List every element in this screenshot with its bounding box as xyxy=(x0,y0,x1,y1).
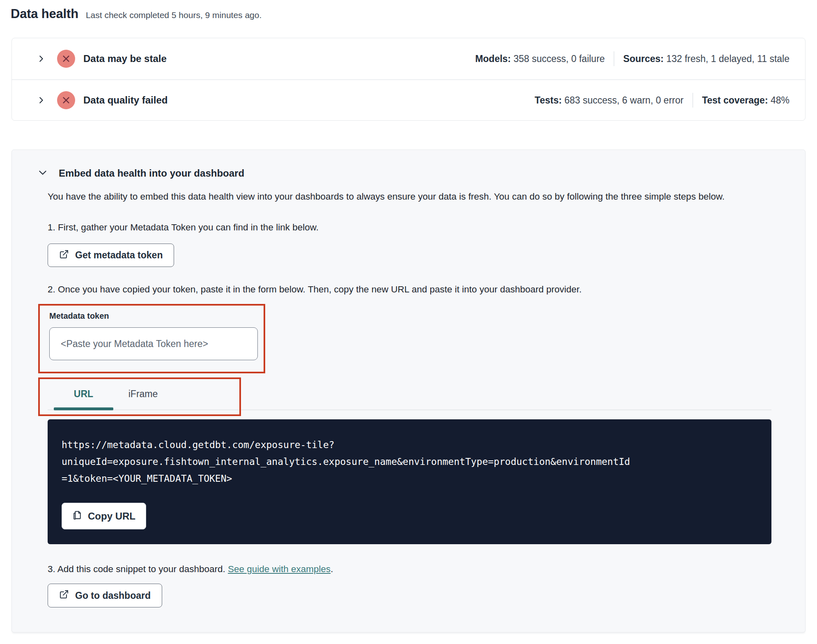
sources-stat: Sources: 132 fresh, 1 delayed, 11 stale xyxy=(623,53,789,64)
embed-section-title: Embed data health into your dashboard xyxy=(59,168,244,179)
status-row-stale[interactable]: Data may be stale Models: 358 success, 0… xyxy=(12,38,805,79)
test-coverage-stat-value: 48% xyxy=(771,95,789,106)
stats-divider xyxy=(614,51,614,66)
tabs-bar: URL iFrame xyxy=(48,378,771,410)
error-x-circle-icon xyxy=(57,50,75,68)
code-line: =1&token=<YOUR_METADATA_TOKEN> xyxy=(62,470,757,487)
copy-url-button[interactable]: Copy URL xyxy=(62,503,146,529)
external-link-icon xyxy=(59,249,69,262)
stats-divider xyxy=(693,93,693,108)
error-x-circle-icon xyxy=(57,91,75,109)
external-link-icon xyxy=(59,589,69,602)
go-to-dashboard-label: Go to dashboard xyxy=(75,590,151,601)
status-row-stats: Tests: 683 success, 6 warn, 0 error Test… xyxy=(535,93,789,108)
chevron-right-icon[interactable] xyxy=(36,96,46,105)
tests-stat: Tests: 683 success, 6 warn, 0 error xyxy=(535,95,684,106)
copy-url-label: Copy URL xyxy=(88,511,135,522)
embed-description: You have the ability to embed this data … xyxy=(48,189,750,205)
step-1-text: 1. First, gather your Metadata Token you… xyxy=(48,222,756,233)
embed-url-code-block: https://metadata.cloud.getdbt.com/exposu… xyxy=(48,419,771,544)
status-row-stats: Models: 358 success, 0 failure Sources: … xyxy=(475,51,789,66)
chevron-right-icon[interactable] xyxy=(36,54,46,63)
step-3-text: 3. Add this code snippet to your dashboa… xyxy=(48,564,756,575)
embed-section-card: Embed data health into your dashboard Yo… xyxy=(11,150,806,632)
step-3-prefix: 3. Add this code snippet to your dashboa… xyxy=(48,564,228,574)
tab-url-label: URL xyxy=(74,389,93,400)
metadata-token-label: Metadata token xyxy=(49,311,264,321)
annotation-box-token-field: Metadata token xyxy=(38,304,265,373)
chevron-down-icon[interactable] xyxy=(37,167,48,179)
tests-stat-label: Tests: xyxy=(535,95,562,106)
embed-section-header-row[interactable]: Embed data health into your dashboard xyxy=(12,167,805,179)
step-2-text: 2. Once you have copied your token, past… xyxy=(48,284,756,295)
page-title: Data health xyxy=(11,7,78,21)
go-to-dashboard-button[interactable]: Go to dashboard xyxy=(48,584,162,607)
tab-iframe[interactable]: iFrame xyxy=(113,378,173,409)
step-3-suffix: . xyxy=(330,564,333,574)
test-coverage-stat: Test coverage: 48% xyxy=(702,95,789,106)
tab-url[interactable]: URL xyxy=(54,378,113,409)
models-stat-label: Models: xyxy=(475,53,511,64)
get-metadata-token-label: Get metadata token xyxy=(75,250,163,261)
sources-stat-value: 132 fresh, 1 delayed, 11 stale xyxy=(666,53,789,64)
last-check-status: Last check completed 5 hours, 9 minutes … xyxy=(86,10,262,20)
status-row-quality[interactable]: Data quality failed Tests: 683 success, … xyxy=(12,79,805,120)
data-health-status-panel: Data may be stale Models: 358 success, 0… xyxy=(11,38,806,121)
metadata-token-input[interactable] xyxy=(49,327,258,360)
code-line: uniqueId=exposure.fishtown_internal_anal… xyxy=(62,453,757,470)
get-metadata-token-button[interactable]: Get metadata token xyxy=(48,244,174,267)
code-line: https://metadata.cloud.getdbt.com/exposu… xyxy=(62,437,757,453)
tests-stat-value: 683 success, 6 warn, 0 error xyxy=(565,95,684,106)
status-row-title: Data quality failed xyxy=(83,94,168,106)
guide-link[interactable]: See guide with examples xyxy=(228,564,330,574)
models-stat-value: 358 success, 0 failure xyxy=(514,53,605,64)
page-header: Data health Last check completed 5 hours… xyxy=(0,0,817,21)
models-stat: Models: 358 success, 0 failure xyxy=(475,53,605,64)
sources-stat-label: Sources: xyxy=(623,53,663,64)
tab-iframe-label: iFrame xyxy=(129,389,158,400)
output-format-tabs: URL iFrame xyxy=(48,378,756,410)
embed-url-text: https://metadata.cloud.getdbt.com/exposu… xyxy=(62,437,757,487)
copy-icon xyxy=(72,510,83,522)
test-coverage-stat-label: Test coverage: xyxy=(702,95,768,106)
status-row-title: Data may be stale xyxy=(83,53,167,64)
